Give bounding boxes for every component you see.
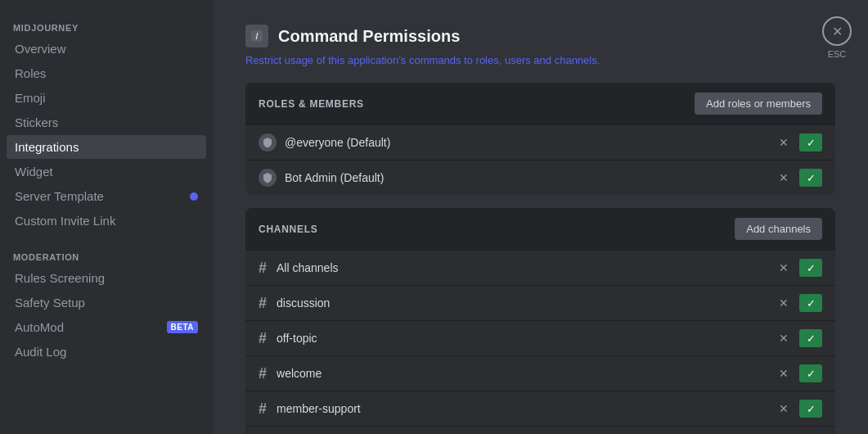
sidebar-item-emoji[interactable]: Emoji [7, 86, 206, 110]
role-name: @everyone (Default) [285, 136, 767, 149]
approve-button[interactable]: ✓ [799, 364, 822, 382]
sidebar: MIDJOURNEY Overview Roles Emoji Stickers… [0, 0, 213, 434]
role-shield-icon [259, 169, 277, 187]
approve-button[interactable]: ✓ [799, 329, 822, 347]
table-row: # welcome ✕ ✓ [245, 355, 835, 391]
page-header: / Command Permissions [245, 25, 835, 47]
sidebar-item-custom-invite-link[interactable]: Custom Invite Link [7, 209, 206, 233]
remove-button[interactable]: ✕ [775, 259, 793, 277]
channel-name: off-topic [277, 332, 767, 345]
row-controls: ✕ ✓ [775, 364, 822, 382]
row-controls: ✕ ✓ [775, 133, 822, 151]
remove-button[interactable]: ✕ [775, 329, 793, 347]
esc-circle-icon: ✕ [822, 16, 852, 46]
automod-beta-badge: BETA [167, 321, 198, 333]
role-name: Bot Admin (Default) [285, 171, 767, 184]
server-template-badge [190, 192, 198, 201]
approve-button[interactable]: ✓ [799, 294, 822, 312]
sidebar-item-stickers[interactable]: Stickers [7, 111, 206, 134]
add-roles-members-button[interactable]: Add roles or members [695, 93, 822, 115]
channel-name: All channels [277, 261, 767, 274]
row-controls: ✕ ✓ [775, 259, 822, 277]
role-shield-icon [259, 133, 277, 151]
sidebar-item-rules-screening[interactable]: Rules Screening [7, 266, 206, 290]
sidebar-item-integrations[interactable]: Integrations [7, 135, 206, 159]
channel-name: member-support [277, 402, 767, 415]
remove-button[interactable]: ✕ [775, 400, 793, 418]
channel-hash-icon: # [259, 260, 267, 277]
channel-name: discussion [277, 296, 767, 310]
main-content: ✕ ESC / Command Permissions Restrict usa… [213, 0, 868, 434]
channels-header: CHANNELS Add channels [245, 208, 835, 250]
sidebar-item-automod[interactable]: AutoMod BETA [7, 315, 206, 339]
approve-button[interactable]: ✓ [799, 169, 822, 187]
roles-members-header: ROLES & MEMBERS Add roles or members [245, 83, 835, 124]
remove-button[interactable]: ✕ [775, 294, 793, 312]
sidebar-item-widget[interactable]: Widget [7, 160, 206, 183]
sidebar-item-overview[interactable]: Overview [7, 37, 206, 61]
table-row: # All channels ✕ ✓ [245, 250, 835, 285]
add-channels-button[interactable]: Add channels [735, 218, 822, 240]
channel-rows-container: # All channels ✕ ✓ # discussion ✕ ✓ # of… [245, 250, 835, 434]
remove-button[interactable]: ✕ [775, 364, 793, 382]
remove-button[interactable]: ✕ [775, 133, 793, 151]
channel-hash-icon: # [259, 295, 267, 312]
channel-hash-icon: # [259, 400, 267, 418]
sidebar-item-audit-log[interactable]: Audit Log [7, 340, 206, 364]
table-row: # member-support ✕ ✓ [245, 391, 835, 426]
channel-name: welcome [277, 367, 767, 380]
row-controls: ✕ ✓ [775, 400, 822, 418]
table-row: @everyone (Default) ✕ ✓ [245, 124, 835, 160]
table-row: # main-tavern ✕ ✓ [245, 426, 835, 434]
channels-section: CHANNELS Add channels # All channels ✕ ✓… [245, 208, 835, 434]
sidebar-item-roles[interactable]: Roles [7, 61, 206, 85]
row-controls: ✕ ✓ [775, 294, 822, 312]
row-controls: ✕ ✓ [775, 169, 822, 187]
sidebar-item-safety-setup[interactable]: Safety Setup [7, 291, 206, 314]
table-row: # discussion ✕ ✓ [245, 285, 835, 320]
approve-button[interactable]: ✓ [799, 400, 822, 418]
esc-label: ESC [828, 49, 847, 59]
channel-hash-icon: # [259, 330, 267, 347]
approve-button[interactable]: ✓ [799, 133, 822, 151]
table-row: # off-topic ✕ ✓ [245, 320, 835, 355]
roles-members-label: ROLES & MEMBERS [259, 98, 364, 110]
sidebar-section-moderation: MODERATION [7, 246, 206, 265]
page-title: Command Permissions [278, 27, 460, 46]
row-controls: ✕ ✓ [775, 329, 822, 347]
remove-button[interactable]: ✕ [775, 169, 793, 187]
command-permissions-icon: / [245, 25, 268, 47]
sidebar-section-midjourney: MIDJOURNEY [7, 16, 206, 36]
page-subtitle: Restrict usage of this application’s com… [245, 54, 835, 66]
approve-button[interactable]: ✓ [799, 259, 822, 277]
esc-button[interactable]: ✕ ESC [822, 16, 852, 59]
roles-members-section: ROLES & MEMBERS Add roles or members @ev… [245, 83, 835, 195]
svg-text:/: / [255, 31, 258, 41]
table-row: Bot Admin (Default) ✕ ✓ [245, 160, 835, 195]
channel-hash-icon: # [259, 365, 267, 382]
channels-label: CHANNELS [259, 224, 317, 235]
sidebar-item-server-template[interactable]: Server Template [7, 184, 206, 208]
